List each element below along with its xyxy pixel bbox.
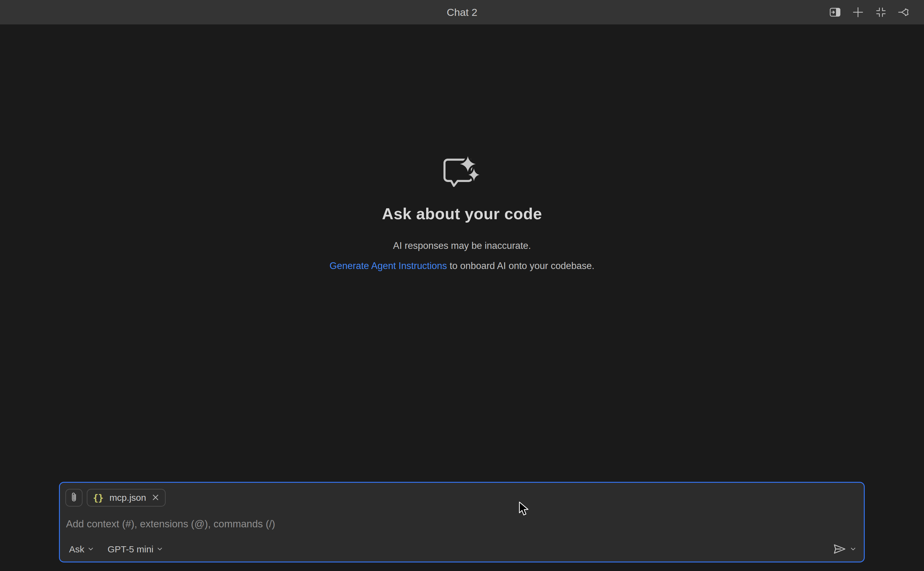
disclaimer-text: AI responses may be inaccurate.: [0, 236, 924, 256]
collapse-icon: [875, 6, 887, 19]
mode-selector[interactable]: Ask: [69, 544, 94, 554]
composer-panel: {} mcp.json Ask GPT-5 mini: [59, 482, 865, 562]
context-chip-label: mcp.json: [109, 492, 146, 503]
cta-line: Generate Agent Instructions to onboard A…: [0, 256, 924, 276]
paperclip-icon: [70, 492, 78, 504]
pin-icon: [898, 6, 910, 19]
chevron-down-icon: [87, 544, 94, 554]
new-chat-button[interactable]: [851, 6, 865, 19]
pin-window-button[interactable]: [897, 6, 910, 19]
chat-header: Chat 2: [0, 0, 924, 25]
mode-selector-label: Ask: [69, 544, 84, 554]
prompt-input[interactable]: [65, 517, 858, 531]
chevron-down-icon: [156, 544, 163, 554]
chat-tab-title: Chat 2: [447, 6, 477, 19]
model-selector[interactable]: GPT-5 mini: [108, 544, 163, 554]
context-chip-mcp-json[interactable]: {} mcp.json: [87, 489, 166, 506]
attach-context-button[interactable]: [65, 489, 82, 506]
close-icon: [152, 494, 159, 502]
generate-agent-instructions-link[interactable]: Generate Agent Instructions: [330, 261, 447, 271]
model-selector-label: GPT-5 mini: [108, 544, 153, 554]
chat-empty-state: Ask about your code AI responses may be …: [0, 154, 924, 276]
cta-suffix-text: to onboard AI onto your codebase.: [447, 261, 594, 271]
chat-sparkle-icon: [0, 154, 924, 189]
chevron-down-icon: [850, 546, 856, 553]
send-group: [833, 543, 856, 556]
empty-state-heading: Ask about your code: [0, 203, 924, 225]
plus-icon: [852, 6, 864, 19]
open-in-right-panel-icon: [829, 6, 841, 19]
json-file-icon: {}: [93, 492, 103, 503]
header-actions: [828, 0, 910, 25]
send-options-button[interactable]: [850, 546, 856, 553]
collapse-window-button[interactable]: [874, 6, 888, 19]
send-plane-icon: [833, 543, 847, 556]
composer-attachments-row: {} mcp.json: [65, 489, 858, 506]
remove-context-button[interactable]: [152, 494, 159, 502]
open-in-right-panel-button[interactable]: [828, 6, 842, 19]
send-button[interactable]: [833, 543, 847, 556]
composer-controls-row: Ask GPT-5 mini: [65, 542, 858, 557]
